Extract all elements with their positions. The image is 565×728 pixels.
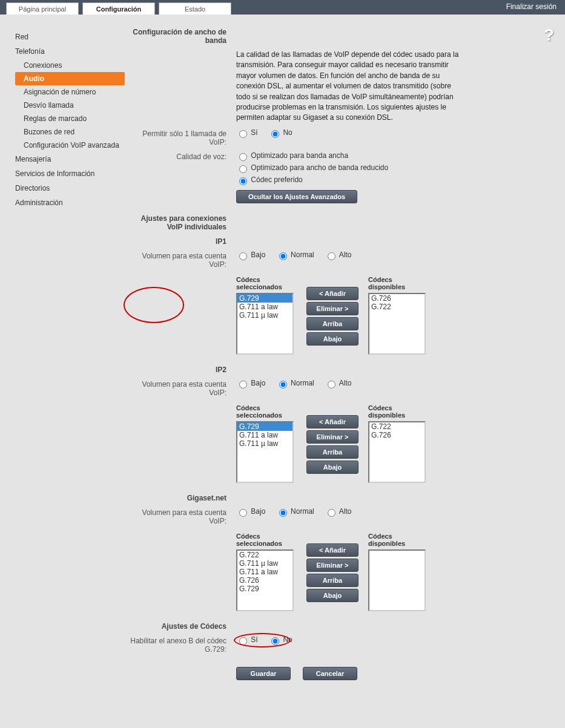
nav-avanzada[interactable]: Configuración VoIP avanzada: [15, 139, 127, 152]
gigasetnet-heading: Gigaset.net: [127, 493, 236, 502]
annexb-label: Habilitar el anexo B del códec G.729:: [127, 635, 236, 654]
nav-audio[interactable]: Audio: [15, 72, 125, 85]
ip2-up-button[interactable]: Arriba: [306, 445, 358, 459]
nav-telefonia[interactable]: Telefonía: [15, 44, 127, 59]
gnet-remove-button[interactable]: Eliminar >: [306, 559, 358, 572]
gnet-sel-opt[interactable]: G.726: [237, 576, 292, 585]
ip2-selected-list[interactable]: G.729 G.711 a law G.711 µ law: [236, 421, 294, 483]
gnet-vol-bajo[interactable]: Bajo: [236, 507, 265, 516]
gnet-sel-opt[interactable]: G.722: [237, 551, 292, 559]
gnet-available-label: Códecs disponibles: [368, 533, 429, 547]
nav-administracion[interactable]: Administración: [15, 195, 127, 210]
ip1-vol-alto[interactable]: Alto: [325, 251, 351, 259]
voice-quality-label: Calidad de voz:: [127, 151, 236, 185]
ip2-available-list[interactable]: G.722 G.726: [368, 421, 426, 483]
cancel-button[interactable]: Cancelar: [303, 667, 357, 680]
nav-asignacion[interactable]: Asignación de número: [15, 85, 127, 99]
ip1-add-button[interactable]: < Añadir: [306, 287, 358, 300]
gnet-down-button[interactable]: Abajo: [306, 589, 358, 602]
ip1-selected-label: Códecs seleccionados: [236, 276, 297, 290]
allow-yes[interactable]: Sí: [236, 128, 258, 137]
nav-red[interactable]: Red: [15, 30, 127, 44]
heading-individual: Ajustes para conexiones VoIP individuale…: [127, 213, 236, 231]
gnet-sel-opt[interactable]: G.729: [237, 585, 292, 593]
gnet-vol-normal[interactable]: Normal: [276, 507, 314, 516]
gnet-selected-label: Códecs seleccionados: [236, 533, 297, 547]
ip1-available-label: Códecs disponibles: [368, 276, 429, 290]
codec-settings-heading: Ajustes de Códecs: [127, 621, 236, 631]
nav-buzones[interactable]: Buzones de red: [15, 125, 127, 139]
annexb-yes[interactable]: Sí: [236, 635, 258, 644]
ip2-down-button[interactable]: Abajo: [306, 461, 358, 474]
logout-link[interactable]: Finalizar sesión: [506, 2, 557, 11]
ip2-available-label: Códecs disponibles: [368, 404, 429, 419]
ip2-sel-opt[interactable]: G.711 a law: [237, 431, 292, 439]
gnet-selected-list[interactable]: G.722 G.711 µ law G.711 a law G.726 G.72…: [236, 549, 294, 611]
nav-reglas[interactable]: Reglas de marcado: [15, 112, 127, 125]
ip2-selected-label: Códecs seleccionados: [236, 404, 297, 419]
ip2-sel-opt[interactable]: G.729: [237, 422, 292, 431]
ip2-disp-opt[interactable]: G.722: [369, 422, 425, 431]
ip1-selected-list[interactable]: G.729 G.711 a law G.711 µ law: [236, 293, 294, 355]
quality-wideband[interactable]: Optimizado para banda ancha: [236, 151, 550, 161]
ip2-sel-opt[interactable]: G.711 µ law: [237, 439, 292, 448]
ip1-heading: IP1: [127, 236, 236, 246]
gnet-volume-label: Volumen para esta cuenta VoIP:: [127, 507, 236, 525]
topbar: Página principal Configuración Estado Fi…: [0, 0, 565, 15]
allow-one-call-label: Permitir sólo 1 llamada de VoIP:: [127, 128, 236, 146]
ip1-disp-opt[interactable]: G.726: [369, 294, 425, 303]
ip1-sel-opt[interactable]: G.711 a law: [237, 303, 292, 311]
content: ? Configuración de ancho de banda La cal…: [127, 15, 565, 703]
ip1-vol-bajo[interactable]: Bajo: [236, 251, 265, 259]
allow-no[interactable]: No: [268, 128, 292, 137]
save-button[interactable]: Guardar: [236, 667, 291, 680]
gnet-available-list[interactable]: [368, 549, 426, 611]
nav-desvio[interactable]: Desvío llamada: [15, 99, 127, 112]
quality-reduced[interactable]: Optimizado para ancho de banda reducido: [236, 163, 550, 173]
tab-home[interactable]: Página principal: [6, 2, 79, 15]
ip2-volume-label: Volumen para esta cuenta VoIP:: [127, 379, 236, 397]
gnet-add-button[interactable]: < Añadir: [306, 543, 358, 557]
ip2-heading: IP2: [127, 364, 236, 374]
gnet-sel-opt[interactable]: G.711 a law: [237, 568, 292, 576]
heading-bandwidth: Configuración de ancho de banda: [127, 27, 236, 45]
ip1-up-button[interactable]: Arriba: [306, 317, 358, 330]
ip2-remove-button[interactable]: Eliminar >: [306, 430, 358, 444]
nav-directorios[interactable]: Directorios: [15, 181, 127, 195]
annexb-no[interactable]: No: [268, 635, 292, 644]
ip1-vol-normal[interactable]: Normal: [276, 251, 314, 259]
hide-advanced-button[interactable]: Ocultar los Ajustes Avanzados: [236, 190, 357, 203]
nav-mensajeria[interactable]: Mensajería: [15, 152, 127, 166]
tab-status[interactable]: Estado: [159, 2, 231, 15]
gnet-sel-opt[interactable]: G.711 µ law: [237, 559, 292, 568]
ip1-disp-opt[interactable]: G.722: [369, 303, 425, 311]
quality-preferred[interactable]: Códec preferido: [236, 175, 550, 185]
bandwidth-description: La calidad de las llamadas de VoIP depen…: [236, 50, 466, 123]
ip1-down-button[interactable]: Abajo: [306, 332, 358, 346]
nav-servicios[interactable]: Servicios de Información: [15, 166, 127, 181]
ip2-disp-opt[interactable]: G.726: [369, 431, 425, 439]
gnet-up-button[interactable]: Arriba: [306, 574, 358, 587]
ip1-sel-opt[interactable]: G.729: [237, 294, 292, 303]
ip1-volume-label: Volumen para esta cuenta VoIP:: [127, 251, 236, 269]
nav-conexiones[interactable]: Conexiones: [15, 59, 127, 72]
tab-config[interactable]: Configuración: [82, 2, 155, 15]
ip2-vol-bajo[interactable]: Bajo: [236, 379, 265, 387]
ip2-add-button[interactable]: < Añadir: [306, 415, 358, 428]
gnet-vol-alto[interactable]: Alto: [325, 507, 351, 516]
ip1-sel-opt[interactable]: G.711 µ law: [237, 311, 292, 320]
ip2-vol-normal[interactable]: Normal: [276, 379, 314, 387]
ip1-remove-button[interactable]: Eliminar >: [306, 302, 358, 315]
sidebar: Red Telefonía Conexiones Audio Asignació…: [0, 15, 127, 703]
ip2-vol-alto[interactable]: Alto: [325, 379, 351, 387]
help-icon[interactable]: ?: [544, 25, 554, 45]
ip1-available-list[interactable]: G.726 G.722: [368, 293, 426, 355]
